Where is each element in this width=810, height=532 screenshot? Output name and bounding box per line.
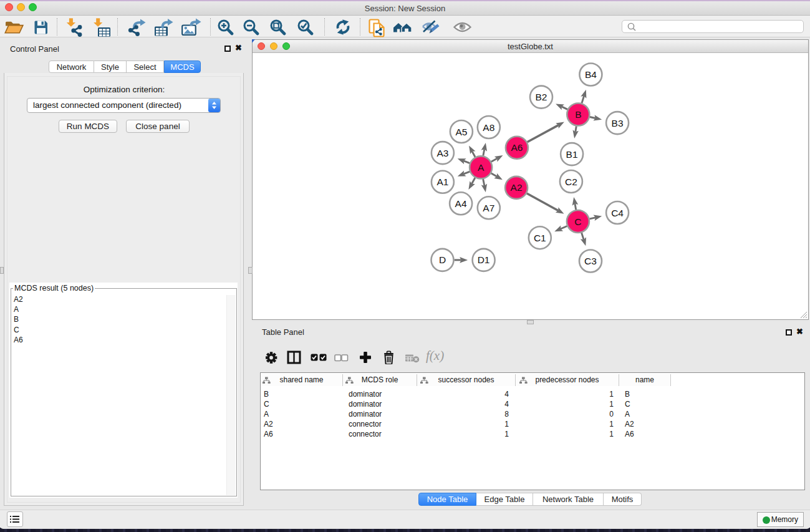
svg-text:C: C (574, 216, 581, 227)
svg-text:B2: B2 (536, 92, 547, 102)
svg-text:A4: A4 (455, 198, 467, 209)
svg-text:C2: C2 (565, 177, 577, 187)
svg-text:D: D (439, 254, 446, 265)
svg-text:A2: A2 (511, 182, 523, 193)
svg-text:A1: A1 (436, 177, 448, 187)
svg-text:A5: A5 (455, 127, 467, 137)
svg-text:C3: C3 (584, 256, 597, 266)
svg-text:C1: C1 (534, 233, 546, 243)
svg-text:B3: B3 (612, 118, 624, 128)
svg-text:C4: C4 (611, 208, 624, 218)
svg-text:A: A (478, 162, 485, 173)
svg-text:B1: B1 (566, 149, 578, 160)
svg-text:A3: A3 (436, 148, 448, 158)
svg-text:A6: A6 (511, 142, 523, 153)
svg-text:A8: A8 (483, 122, 494, 133)
svg-text:A7: A7 (483, 203, 494, 213)
svg-text:B4: B4 (585, 69, 597, 80)
svg-text:B: B (575, 109, 581, 120)
svg-text:D1: D1 (478, 254, 490, 265)
